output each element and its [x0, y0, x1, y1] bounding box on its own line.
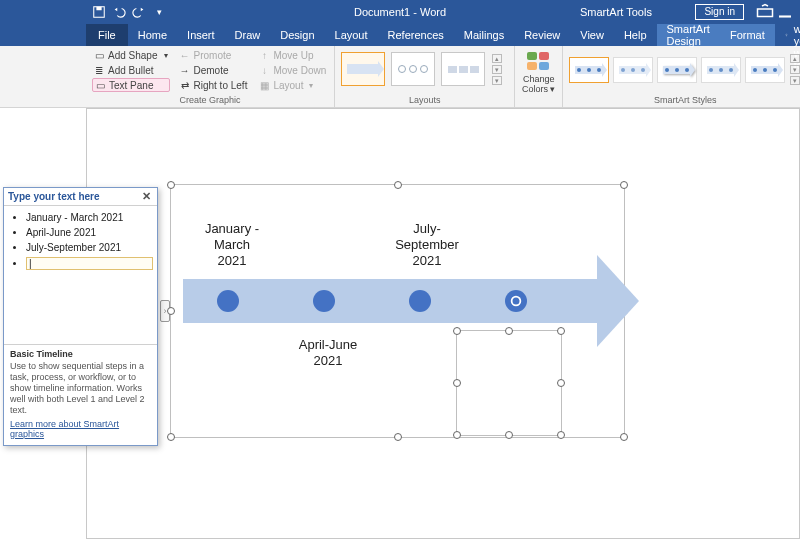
timeline-node-1[interactable] [217, 290, 239, 312]
style-option-5[interactable] [745, 57, 785, 83]
timeline-label-1[interactable]: January - March 2021 [187, 221, 277, 269]
add-bullet-button[interactable]: ≣Add Bullet [92, 63, 170, 77]
move-down-button[interactable]: ↓Move Down [257, 63, 328, 77]
tab-home[interactable]: Home [128, 24, 177, 46]
undo-icon[interactable] [112, 5, 126, 19]
change-colors-button[interactable]: ChangeColors ▾ [521, 48, 556, 94]
text-pane[interactable]: Type your text here ✕ January - March 20… [3, 187, 158, 446]
ribbon-options-icon[interactable] [756, 3, 774, 21]
layout-option-1[interactable] [341, 52, 385, 86]
timeline-node-4-selected[interactable] [505, 290, 527, 312]
close-icon[interactable]: ✕ [139, 190, 153, 204]
sign-in-button[interactable]: Sign in [695, 4, 744, 20]
group-label-layouts: Layouts [341, 95, 508, 107]
resize-handle[interactable] [394, 181, 402, 189]
tab-view[interactable]: View [570, 24, 614, 46]
tell-me-search[interactable]: Tell me what you want to do [775, 24, 800, 46]
timeline-node-2[interactable] [313, 290, 335, 312]
demote-button[interactable]: →Demote [178, 63, 250, 77]
add-shape-button[interactable]: ▭Add Shape▾ [92, 48, 170, 62]
resize-handle[interactable] [620, 181, 628, 189]
style-option-2[interactable] [613, 57, 653, 83]
resize-handle[interactable] [505, 327, 513, 335]
tab-smartart-design[interactable]: SmartArt Design [657, 24, 720, 46]
text-pane-toggle[interactable]: ▭Text Pane [92, 78, 170, 92]
tab-file[interactable]: File [86, 24, 128, 46]
minimize-icon[interactable] [776, 3, 794, 21]
tab-help[interactable]: Help [614, 24, 657, 46]
list-item[interactable]: July-September 2021 [26, 242, 153, 253]
text-pane-foot-desc: Use to show sequential steps in a task, … [10, 361, 151, 416]
add-shape-icon: ▭ [94, 50, 104, 60]
demote-icon: → [180, 65, 190, 75]
lightbulb-icon [785, 29, 788, 41]
svg-rect-1 [96, 7, 101, 11]
bullet-icon: ≣ [94, 65, 104, 75]
tab-references[interactable]: References [378, 24, 454, 46]
resize-handle[interactable] [167, 433, 175, 441]
save-icon[interactable] [92, 5, 106, 19]
right-to-left-button[interactable]: ⇄Right to Left [178, 78, 250, 92]
group-smartart-styles: ▴▾▾ SmartArt Styles [563, 46, 800, 107]
svg-point-4 [785, 34, 786, 35]
group-label-create: Create Graphic [92, 95, 328, 107]
timeline-node-3[interactable] [409, 290, 431, 312]
tab-format[interactable]: Format [720, 24, 775, 46]
layout-option-3[interactable] [441, 52, 485, 86]
move-up-button[interactable]: ↑Move Up [257, 48, 328, 62]
resize-handle[interactable] [167, 181, 175, 189]
change-colors-icon [525, 50, 553, 72]
text-pane-list[interactable]: January - March 2021 April-June 2021 Jul… [4, 206, 157, 344]
rtl-icon: ⇄ [180, 80, 190, 90]
style-option-1[interactable] [569, 57, 609, 83]
layout-option-2[interactable] [391, 52, 435, 86]
promote-button[interactable]: ←Promote [178, 48, 250, 62]
ribbon-tabs: File Home Insert Draw Design Layout Refe… [0, 24, 800, 46]
group-layouts: ▴▾▾ Layouts [335, 46, 515, 107]
text-pane-foot-title: Basic Timeline [10, 349, 151, 359]
resize-handle[interactable] [453, 327, 461, 335]
resize-handle[interactable] [453, 379, 461, 387]
selected-placeholder[interactable] [456, 330, 562, 436]
styles-more[interactable]: ▴▾▾ [789, 54, 800, 85]
up-icon: ↑ [259, 50, 269, 60]
tab-design[interactable]: Design [270, 24, 324, 46]
timeline-label-3[interactable]: July- September 2021 [377, 221, 477, 269]
contextual-tools-label: SmartArt Tools [580, 6, 652, 18]
resize-handle[interactable] [557, 379, 565, 387]
tab-draw[interactable]: Draw [225, 24, 271, 46]
resize-handle[interactable] [620, 433, 628, 441]
list-item-editing[interactable]: | [26, 257, 153, 270]
text-pane-footer: Basic Timeline Use to show sequential st… [4, 344, 157, 445]
tab-insert[interactable]: Insert [177, 24, 225, 46]
layout-button[interactable]: ▦Layout▾ [257, 78, 328, 92]
resize-handle[interactable] [557, 431, 565, 439]
style-option-3[interactable] [657, 57, 697, 83]
ribbon: ▭Add Shape▾ ≣Add Bullet ▭Text Pane ←Prom… [0, 46, 800, 108]
tab-mailings[interactable]: Mailings [454, 24, 514, 46]
learn-more-link[interactable]: Learn more about SmartArt graphics [10, 419, 151, 439]
svg-rect-2 [758, 9, 773, 17]
group-label-styles: SmartArt Styles [569, 95, 800, 107]
resize-handle[interactable] [167, 307, 175, 315]
timeline-label-2[interactable]: April-June 2021 [283, 337, 373, 369]
list-item[interactable]: April-June 2021 [26, 227, 153, 238]
group-change-colors: ChangeColors ▾ [515, 46, 563, 107]
promote-icon: ← [180, 50, 190, 60]
qat-customize-icon[interactable]: ▾ [152, 5, 166, 19]
tab-layout[interactable]: Layout [325, 24, 378, 46]
layouts-more[interactable]: ▴▾▾ [491, 54, 503, 85]
document-title: Document1 - Word [354, 6, 446, 18]
svg-point-7 [512, 297, 521, 306]
resize-handle[interactable] [505, 431, 513, 439]
resize-handle[interactable] [557, 327, 565, 335]
group-create-graphic: ▭Add Shape▾ ≣Add Bullet ▭Text Pane ←Prom… [86, 46, 335, 107]
tab-review[interactable]: Review [514, 24, 570, 46]
timeline-arrow[interactable] [183, 279, 603, 323]
redo-icon[interactable] [132, 5, 146, 19]
resize-handle[interactable] [453, 431, 461, 439]
style-option-4[interactable] [701, 57, 741, 83]
layout-icon: ▦ [259, 80, 269, 90]
resize-handle[interactable] [394, 433, 402, 441]
list-item[interactable]: January - March 2021 [26, 212, 153, 223]
